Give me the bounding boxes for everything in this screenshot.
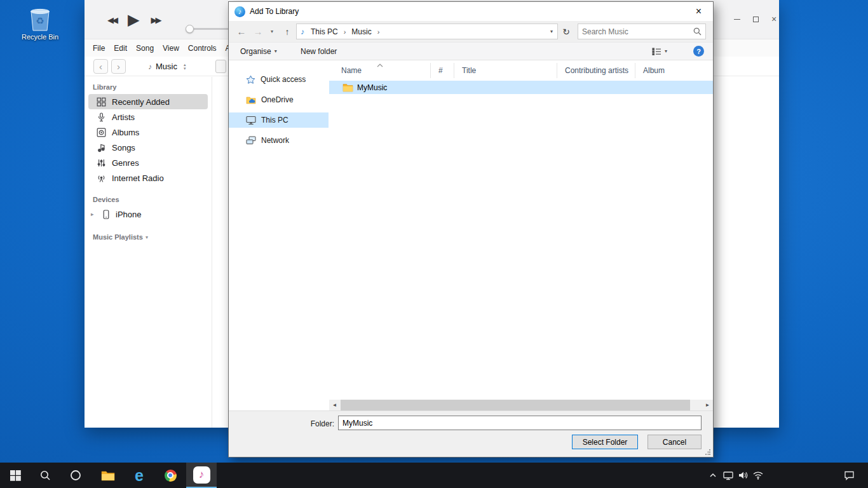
address-dropdown-icon[interactable]: ▾	[550, 29, 553, 34]
dialog-sidebar: Quick access OneDrive This PC	[229, 72, 329, 410]
forward-button[interactable]: →	[250, 24, 266, 39]
scroll-right-button[interactable]: ►	[702, 400, 713, 410]
menu-controls[interactable]: Controls	[188, 44, 217, 53]
cortana-button[interactable]	[60, 463, 91, 488]
music-playlists-header[interactable]: Music Playlists ▾	[93, 233, 212, 241]
dialog-toolbar: Organise ▾ New folder ▾ ?	[229, 42, 713, 60]
menu-view[interactable]: View	[163, 44, 179, 53]
recent-locations-button[interactable]: ▾	[267, 24, 277, 39]
sidebar-item-genres[interactable]: Genres	[88, 155, 208, 170]
volume-slider-knob[interactable]	[186, 25, 194, 33]
sidebar-item-songs[interactable]: Songs	[88, 140, 208, 155]
album-icon	[97, 128, 106, 137]
search-box[interactable]	[578, 24, 706, 39]
column-header-number[interactable]: #	[431, 63, 454, 78]
search-input[interactable]	[578, 27, 693, 36]
itunes-maximize-button[interactable]	[750, 13, 761, 25]
sidebar-item-onedrive[interactable]: OneDrive	[229, 92, 329, 107]
devices-header: Devices	[93, 196, 212, 203]
scrollbar-thumb[interactable]	[341, 400, 690, 410]
sidebar-item-artists[interactable]: Artists	[88, 109, 208, 125]
organise-button[interactable]: Organise ▾	[240, 43, 277, 60]
folder-label: Folder:	[229, 419, 334, 428]
file-explorer-button[interactable]	[93, 463, 123, 488]
dialog-footer: Folder: Select Folder Cancel	[229, 410, 713, 457]
scrollbar-track[interactable]	[340, 400, 702, 410]
start-button[interactable]	[0, 463, 31, 488]
device-button[interactable]	[215, 60, 226, 73]
edge-icon: e	[135, 468, 144, 484]
search-icon	[693, 27, 702, 36]
folder-name-input[interactable]	[338, 416, 702, 430]
change-view-button[interactable]: ▾	[652, 43, 667, 60]
column-header-title[interactable]: Title	[454, 63, 557, 78]
onedrive-icon	[246, 96, 256, 104]
sidebar-item-label: iPhone	[116, 210, 141, 219]
search-icon	[40, 470, 51, 481]
breadcrumb-this-pc[interactable]: This PC	[307, 24, 342, 39]
microphone-icon	[97, 112, 106, 122]
action-center-button[interactable]	[836, 463, 862, 488]
horizontal-scrollbar[interactable]: ◄ ►	[329, 400, 713, 410]
select-folder-button[interactable]: Select Folder	[572, 435, 638, 449]
dialog-titlebar[interactable]: ♪ Add To Library ×	[229, 2, 713, 21]
taskbar-search-button[interactable]	[30, 463, 60, 488]
expander-icon[interactable]: ▸	[91, 211, 97, 217]
sidebar-item-label: Albums	[112, 128, 139, 137]
resize-grip[interactable]	[705, 449, 711, 455]
chevron-down-icon: ▾	[665, 48, 667, 54]
tray-volume-button[interactable]	[735, 463, 750, 488]
menu-song[interactable]: Song	[136, 44, 154, 53]
tray-network-button[interactable]	[750, 463, 766, 488]
action-center-icon	[844, 471, 855, 480]
scroll-left-button[interactable]: ◄	[329, 400, 340, 410]
speaker-icon	[738, 471, 748, 480]
file-row-mymusic[interactable]: MyMusic	[329, 81, 713, 94]
recycle-bin-icon: ♻	[15, 5, 65, 32]
breadcrumb-chevron[interactable]: ›	[376, 28, 382, 36]
breadcrumb-chevron[interactable]: ›	[342, 28, 348, 36]
menu-edit[interactable]: Edit	[114, 44, 127, 53]
dialog-close-button[interactable]: ×	[684, 2, 713, 20]
itunes-close-button[interactable]: ×	[768, 13, 780, 25]
column-header-name[interactable]: Name	[329, 63, 431, 78]
new-folder-button[interactable]: New folder	[301, 43, 337, 60]
sidebar-item-internet-radio[interactable]: Internet Radio	[88, 170, 208, 186]
edge-button[interactable]: e	[124, 463, 154, 488]
grid-icon	[97, 97, 106, 107]
media-type-selector[interactable]: ♪ Music ▴▾	[148, 59, 186, 74]
sidebar-item-recently-added[interactable]: Recently Added	[88, 94, 208, 109]
chrome-button[interactable]	[155, 463, 186, 488]
itunes-back-button[interactable]: ‹	[93, 59, 108, 74]
tray-pc-button[interactable]	[721, 463, 736, 488]
column-header-album[interactable]: Album	[635, 63, 713, 78]
previous-track-button[interactable]: ◀◀	[107, 15, 116, 25]
itunes-forward-button[interactable]: ›	[111, 59, 126, 74]
dialog-body: Quick access OneDrive This PC	[229, 60, 713, 410]
help-button[interactable]: ?	[693, 43, 704, 60]
menu-file[interactable]: File	[93, 44, 105, 53]
cancel-button[interactable]: Cancel	[648, 435, 702, 449]
up-button[interactable]: ↑	[280, 24, 295, 39]
sidebar-item-albums[interactable]: Albums	[88, 125, 208, 140]
itunes-window-controls: ×	[731, 13, 780, 25]
play-button[interactable]: ▶	[128, 12, 139, 27]
column-header-contributing-artists[interactable]: Contributing artists	[557, 63, 635, 78]
svg-text:♻: ♻	[36, 15, 44, 26]
address-bar[interactable]: ♪ This PC › Music › ▾	[296, 24, 558, 39]
sidebar-item-network[interactable]: Network	[229, 133, 329, 148]
itunes-minimize-button[interactable]	[731, 13, 743, 25]
itunes-taskbar-button[interactable]: ♪	[186, 463, 217, 488]
breadcrumb-music[interactable]: Music	[348, 24, 375, 39]
back-button[interactable]: ←	[234, 24, 249, 39]
sidebar-item-label: Artists	[112, 112, 135, 122]
sidebar-item-quick-access[interactable]: Quick access	[229, 72, 329, 87]
refresh-button[interactable]: ↻	[559, 24, 573, 39]
dialog-navigation-bar: ← → ▾ ↑ ♪ This PC › Music › ▾ ↻	[229, 21, 713, 42]
folder-icon	[342, 83, 353, 92]
show-hidden-icons-button[interactable]	[705, 463, 721, 488]
sidebar-item-iphone[interactable]: ▸ iPhone	[88, 207, 208, 222]
next-track-button[interactable]: ▶▶	[151, 15, 159, 25]
sidebar-item-this-pc[interactable]: This PC	[229, 112, 329, 128]
recycle-bin[interactable]: ♻ Recycle Bin	[15, 5, 65, 41]
